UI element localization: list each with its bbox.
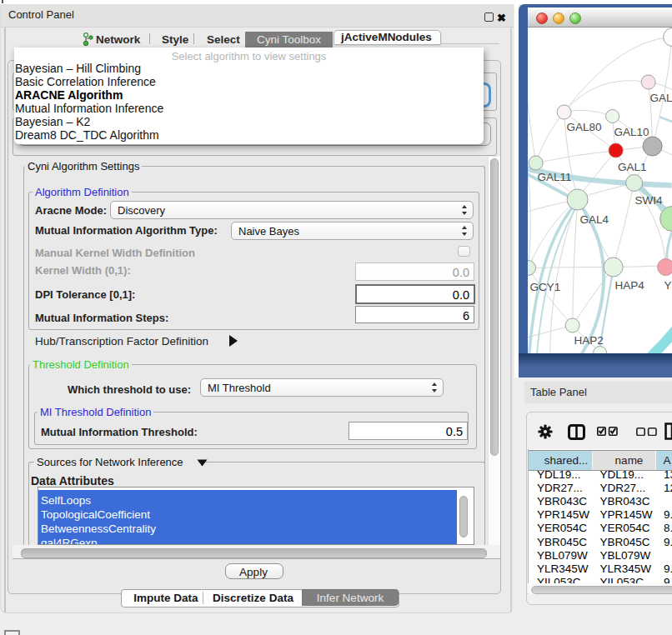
svg-text:SWI4: SWI4 — [635, 193, 663, 206]
svg-text:Y: Y — [664, 279, 672, 292]
svg-text:GAL1: GAL1 — [618, 161, 646, 173]
svg-text:GAL11: GAL11 — [538, 171, 572, 183]
svg-text:HAP4: HAP4 — [615, 279, 645, 292]
svg-text:GAL10: GAL10 — [614, 126, 649, 138]
svg-text:GAL80: GAL80 — [567, 121, 602, 133]
svg-text:GAL4: GAL4 — [580, 213, 609, 226]
svg-text:HAP2: HAP2 — [574, 334, 604, 347]
svg-text:GCY1: GCY1 — [530, 281, 561, 293]
svg-text:GAL7: GAL7 — [650, 92, 672, 104]
